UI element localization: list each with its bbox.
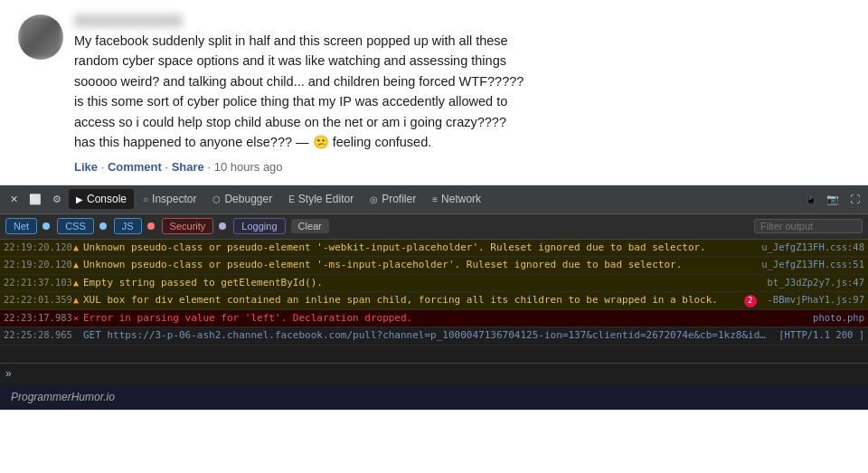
like-link[interactable]: Like [74,160,98,174]
row-time: 22:25:28.965 [4,328,69,343]
row-message: Unknown pseudo-class or pseudo-element '… [83,258,754,273]
post-text: My facebook suddenly split in half and t… [74,31,850,153]
row-source[interactable]: u_JefgZ13FH.css:48 [754,241,864,255]
inspector-tab-icon: ○ [143,194,148,204]
row-source[interactable]: photo.php [806,311,864,326]
post-line-1: My facebook suddenly split in half and t… [74,33,508,48]
post-line-2: random cyber space options and it was li… [74,53,506,68]
action-sep-2: · [165,160,171,174]
action-sep-1: · [101,160,108,174]
post-time: 10 hours ago [214,160,283,174]
row-message: Error in parsing value for 'left'. Decla… [83,311,806,326]
share-link[interactable]: Share [172,160,204,174]
style-editor-tab-label: Style Editor [298,193,354,205]
css-filter-label: CSS [65,221,86,232]
table-row: 22:21:37.103 ▲ Empty string passed to ge… [0,275,868,293]
post-actions: Like · Comment · Share · 10 hours ago [74,160,850,174]
table-row: 22:25:28.965 GET https://3-p-06-ash2.cha… [0,327,868,345]
facebook-post-area: My facebook suddenly split in half and t… [0,0,868,185]
logging-filter-label: Logging [241,221,277,232]
table-row: 22:22:01.359 ▲ XUL box for div element c… [0,292,868,310]
dot-sec [147,222,155,230]
comment-link[interactable]: Comment [108,160,162,174]
warn-icon: ▲ [69,241,83,254]
row-source[interactable]: [HTTP/1.1 200 ] [771,328,864,343]
row-message: XUL box for div element contained an inl… [83,293,744,308]
warn-icon: ▲ [69,276,83,289]
table-row: 22:23:17.983 ✕ Error in parsing value fo… [0,310,868,328]
dot-js [99,222,107,230]
error-badge: 2 [744,295,756,307]
post-line-4: is this some sort of cyber police thing … [74,94,507,109]
error-icon: ✕ [69,311,83,325]
clear-label: Clear [298,221,322,232]
console-input-area: » [0,363,868,384]
css-filter-btn[interactable]: CSS [57,218,94,234]
responsive-icon[interactable]: 📱 [801,189,821,209]
clear-btn[interactable]: Clear [291,219,329,233]
net-filter-btn[interactable]: Net [5,218,37,234]
watermark-text: ProgrammerHumor.io [11,391,115,403]
screenshot-icon[interactable]: 📷 [823,189,843,209]
row-source[interactable]: -BBmvjPhaY1.js:97 [760,293,864,307]
post-content: My facebook suddenly split in half and t… [74,14,850,174]
security-filter-label: Security [170,221,206,232]
debugger-tab-label: Debugger [224,193,272,205]
warn-icon: ▲ [69,293,83,307]
row-message: Unknown pseudo-class or pseudo-element '… [83,241,754,256]
settings-icon[interactable]: ⚙ [47,189,67,209]
action-sep-3: · [207,160,213,174]
profiler-tab-label: Profiler [382,193,416,205]
table-row: 22:19:20.120 ▲ Unknown pseudo-class or p… [0,257,868,275]
debugger-tab-icon: ⬡ [212,194,221,204]
js-filter-btn[interactable]: JS [114,218,142,234]
filter-input[interactable] [754,219,863,233]
dock-icon[interactable]: ⬜ [25,189,45,209]
tab-network[interactable]: ≡ Network [425,189,488,209]
avatar [18,14,63,60]
row-time: 22:22:01.359 [4,293,69,307]
console-tab-label: Console [87,193,127,205]
post-line-5: access so i could help stop child abuse … [74,115,506,129]
row-message: Empty string passed to getElementById(). [83,276,760,291]
filter-bar: Net CSS JS Security Logging Clear [0,214,868,240]
tab-debugger[interactable]: ⬡ Debugger [205,189,279,209]
row-source[interactable]: u_JefgZ13FH.css:51 [754,258,864,272]
tab-style-editor[interactable]: E Style Editor [281,189,361,209]
close-icon[interactable]: ✕ [4,189,24,209]
network-tab-icon: ≡ [432,194,438,204]
console-tab-icon: ▶ [76,194,83,204]
console-output[interactable]: 22:19:20.120 ▲ Unknown pseudo-class or p… [0,240,868,363]
security-filter-btn[interactable]: Security [162,218,214,234]
row-time: 22:23:17.983 [4,311,69,326]
style-editor-tab-icon: E [288,194,295,204]
table-row: 22:19:20.120 ▲ Unknown pseudo-class or p… [0,240,868,258]
post-line-6: has this happened to anyone else??? — 😕 … [74,135,431,149]
warn-icon: ▲ [69,258,83,271]
js-filter-label: JS [122,221,134,232]
poster-name [74,14,183,27]
row-time: 22:21:37.103 [4,276,69,290]
bottom-bar: ProgrammerHumor.io [0,384,868,410]
row-time: 22:19:20.120 [4,241,69,255]
profiler-tab-icon: ◎ [370,194,378,204]
fullscreen-icon[interactable]: ⛶ [844,189,864,209]
network-tab-label: Network [441,193,481,205]
post-line-3: sooooo weird? and talking about child...… [74,74,524,89]
row-source[interactable]: bt_J3dZp2y7.js:47 [760,276,864,290]
tab-inspector[interactable]: ○ Inspector [136,189,203,209]
row-time: 22:19:20.120 [4,258,69,272]
row-message: GET https://3-p-06-ash2.channel.facebook… [83,328,771,344]
devtools-toolbar: ✕ ⬜ ⚙ ▶ Console ○ Inspector ⬡ Debugger E… [0,185,868,214]
dot-css [42,222,50,230]
devtools-panel: ✕ ⬜ ⚙ ▶ Console ○ Inspector ⬡ Debugger E… [0,185,868,384]
tab-profiler[interactable]: ◎ Profiler [363,189,423,209]
inspector-tab-label: Inspector [152,193,196,205]
net-filter-label: Net [14,221,29,232]
console-prompt-icon: » [5,367,12,380]
tab-console[interactable]: ▶ Console [69,189,134,209]
dot-log [219,222,226,230]
logging-filter-btn[interactable]: Logging [233,218,285,234]
